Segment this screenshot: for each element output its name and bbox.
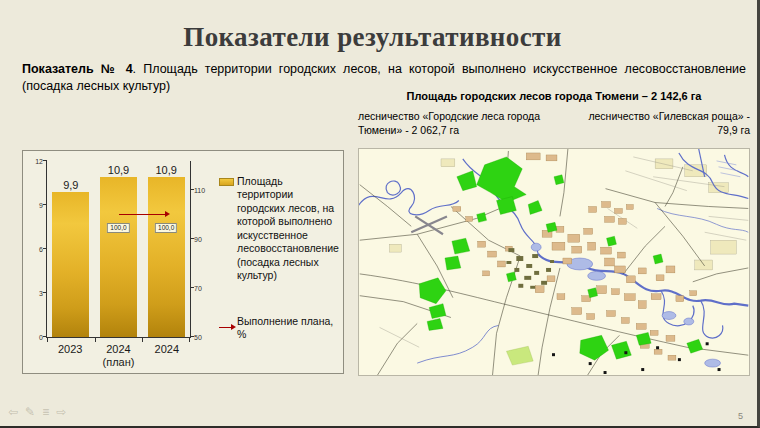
left-axis-tick-label: 3 <box>29 290 43 297</box>
bar-group-2024-plan: 10,9 100,0 <box>95 161 143 337</box>
line-value-label: 100,0 <box>155 223 177 233</box>
previous-slide-icon[interactable]: ⇦ <box>8 405 18 419</box>
x-axis-tick <box>189 337 190 342</box>
right-axis-tick <box>190 189 194 190</box>
bar-group-2024: 10,9 100,0 <box>142 161 190 337</box>
left-axis-tick <box>43 336 47 337</box>
right-axis-tick-label: 110 <box>194 187 211 194</box>
forest-total-area: Площадь городских лесов города Тюмени – … <box>358 90 750 102</box>
chart-panel: 9,9 10,9 100,0 10,9 100,0 12963011090705… <box>22 150 344 374</box>
chart-plot: 9,9 10,9 100,0 10,9 100,0 12963011090705… <box>46 161 191 338</box>
x-axis-tick <box>95 337 96 342</box>
tyumen-map-image <box>359 149 749 375</box>
bar <box>100 177 137 337</box>
x-label-2024-plan: 2024 (план) <box>94 343 142 368</box>
slide-menu-icon[interactable]: ≡ <box>42 405 49 419</box>
line-value-label: 100,0 <box>107 223 129 233</box>
left-axis-tick-label: 6 <box>29 246 43 253</box>
x-label-2024: 2024 <box>143 343 191 368</box>
indicator-label: Показатель № 4 <box>22 62 133 76</box>
slide-title: Показатели результативности <box>0 22 745 53</box>
right-axis-tick <box>190 287 194 288</box>
bar-value-label: 10,9 <box>108 164 129 176</box>
right-axis-tick <box>190 238 194 239</box>
left-axis-tick <box>43 204 47 205</box>
plan-line <box>119 214 167 215</box>
right-axis-tick-label: 90 <box>194 236 211 243</box>
left-axis-tick <box>43 160 47 161</box>
bar <box>52 192 89 337</box>
map-panel <box>358 148 750 376</box>
x-axis-tick <box>142 337 143 342</box>
x-axis-labels: 2023 2024 (план) 2024 <box>46 343 191 368</box>
legend-item-plan: Выполнение плана, % <box>219 315 339 342</box>
x-axis-tick <box>47 337 48 342</box>
left-axis-tick <box>43 292 47 293</box>
line-marker-icon <box>219 327 234 328</box>
x-label-2023: 2023 <box>46 343 94 368</box>
slide-number: 5 <box>738 411 743 421</box>
right-axis-tick-label: 70 <box>194 285 211 292</box>
bar-value-label: 9,9 <box>63 179 78 191</box>
left-axis-tick-label: 9 <box>29 202 43 209</box>
forestry-city-forests: лесничество «Городские леса города Тюмен… <box>358 109 558 137</box>
forest-info-block: Площадь городских лесов города Тюмени – … <box>358 90 750 137</box>
forestry-columns: лесничество «Городские леса города Тюмен… <box>358 109 750 137</box>
left-axis-tick <box>43 248 47 249</box>
bar-swatch-icon <box>219 178 234 186</box>
right-axis-tick <box>190 336 194 337</box>
left-axis-tick-label: 12 <box>29 158 43 165</box>
legend-item-area: Площадь территории городских лесов, на к… <box>219 175 339 283</box>
bar-group-2023: 9,9 <box>47 161 95 337</box>
bar <box>148 177 185 337</box>
forestry-gilevskaya: лесничество «Гилевская роща» - 79,9 га <box>588 109 750 137</box>
bar-value-label: 10,9 <box>155 164 176 176</box>
right-axis-tick-label: 50 <box>194 334 211 341</box>
next-slide-icon[interactable]: ⇨ <box>56 405 66 419</box>
chart-legend: Площадь территории городских лесов, на к… <box>219 175 339 341</box>
presenter-toolbar: ⇦ ✎ ≡ ⇨ <box>8 405 66 419</box>
legend-bar-label: Площадь территории городских лесов, на к… <box>237 175 339 283</box>
presentation-slide: Показатели результативности Показатель №… <box>0 0 760 428</box>
left-axis-tick-label: 0 <box>29 334 43 341</box>
legend-line-label: Выполнение плана, % <box>237 315 339 342</box>
pen-tool-icon[interactable]: ✎ <box>25 405 35 419</box>
